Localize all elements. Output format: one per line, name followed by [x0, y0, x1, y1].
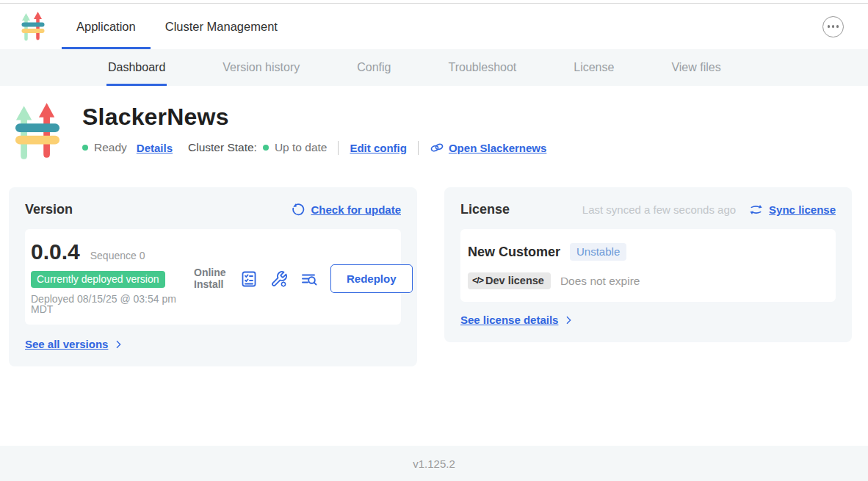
app-logo-icon	[21, 11, 46, 42]
nav-tab-label: Application	[76, 20, 136, 34]
app-status-text: Ready	[94, 141, 127, 154]
app-logo-large-icon	[15, 101, 60, 162]
sync-icon	[749, 203, 763, 216]
footer: v1.125.2	[0, 446, 868, 481]
nav-tab-label: Cluster Management	[165, 20, 278, 34]
console-version: v1.125.2	[413, 458, 455, 470]
app-status-row: Ready Details Cluster State: Up to date …	[82, 140, 546, 155]
app-subnav: Dashboard Version history Config Trouble…	[0, 49, 868, 86]
preflight-checks-icon[interactable]	[240, 270, 258, 288]
license-card-title: License	[460, 202, 510, 217]
refresh-icon	[291, 203, 305, 217]
check-for-update-link[interactable]: Check for update	[311, 203, 401, 216]
divider	[418, 141, 419, 155]
nav-tab-application[interactable]: Application	[62, 4, 151, 49]
code-icon: </>	[472, 275, 483, 286]
tab-config[interactable]: Config	[355, 49, 392, 86]
configure-icon[interactable]	[270, 270, 288, 288]
primary-nav: Application Cluster Management	[0, 4, 868, 49]
see-license-details-link[interactable]: See license details	[460, 314, 558, 326]
page-title: SlackerNews	[82, 104, 546, 131]
tab-version-history[interactable]: Version history	[221, 49, 301, 86]
edit-config-link[interactable]: Edit config	[350, 142, 407, 154]
more-options-button[interactable]	[822, 16, 844, 37]
deployed-timestamp: Deployed 08/15/25 @ 03:54 pm MDT	[31, 294, 187, 314]
open-app-link[interactable]: Open Slackernews	[449, 142, 546, 154]
app-status-dot	[82, 145, 88, 151]
license-panel: New Customer Unstable </> Dev license Do…	[460, 229, 836, 302]
tab-view-files[interactable]: View files	[670, 49, 722, 86]
version-card: Version Check for update 0.0.4 Sequence …	[9, 187, 417, 366]
nav-tab-cluster-management[interactable]: Cluster Management	[151, 4, 292, 49]
ellipsis-icon	[828, 25, 831, 28]
version-number: 0.0.4	[31, 239, 80, 264]
customer-name: New Customer	[468, 245, 560, 260]
deploy-logs-icon[interactable]	[300, 270, 318, 288]
currently-deployed-badge: Currently deployed version	[31, 271, 165, 288]
license-card: License Last synced a few seconds ago Sy…	[444, 187, 852, 342]
license-type-label: Dev license	[485, 275, 544, 286]
details-link[interactable]: Details	[137, 142, 173, 154]
redeploy-button[interactable]: Redeploy	[330, 264, 413, 293]
link-icon	[430, 140, 444, 155]
sync-license-link[interactable]: Sync license	[769, 203, 836, 216]
cluster-state-dot	[263, 145, 269, 151]
license-expiration: Does not expire	[560, 275, 640, 288]
cluster-state-value: Up to date	[275, 141, 328, 154]
channel-badge: Unstable	[570, 243, 626, 261]
tab-license[interactable]: License	[572, 49, 615, 86]
dashboard-cards: Version Check for update 0.0.4 Sequence …	[0, 187, 868, 366]
license-type-badge: </> Dev license	[468, 272, 551, 289]
current-version-panel: 0.0.4 Sequence 0 Currently deployed vers…	[25, 229, 401, 325]
see-all-versions-link[interactable]: See all versions	[25, 338, 108, 350]
chevron-right-icon	[563, 314, 574, 326]
install-type-label: Online Install	[194, 267, 228, 290]
chevron-right-icon	[112, 339, 124, 350]
app-header: SlackerNews Ready Details Cluster State:…	[0, 86, 868, 162]
tab-troubleshoot[interactable]: Troubleshoot	[446, 49, 518, 86]
divider	[338, 141, 339, 155]
version-card-title: Version	[25, 202, 73, 217]
last-synced-text: Last synced a few seconds ago	[582, 203, 736, 216]
tab-dashboard[interactable]: Dashboard	[106, 49, 167, 86]
cluster-state-label: Cluster State:	[188, 141, 257, 154]
version-sequence: Sequence 0	[90, 250, 145, 261]
